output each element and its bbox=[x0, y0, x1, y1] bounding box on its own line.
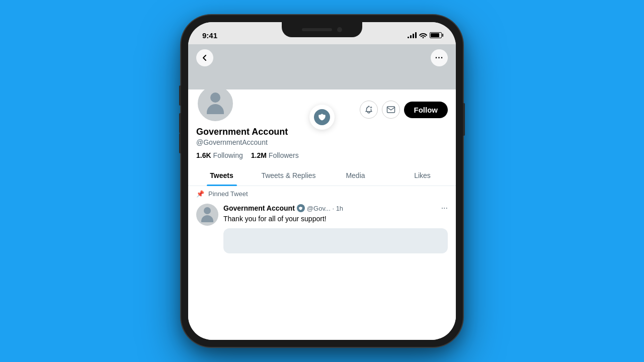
avatar bbox=[196, 89, 234, 123]
tweet-image bbox=[223, 228, 448, 253]
tweet-more-button[interactable]: ··· bbox=[441, 204, 448, 213]
phone-screen: 9:41 bbox=[188, 22, 456, 340]
tab-likes[interactable]: Likes bbox=[389, 165, 456, 186]
verified-badge bbox=[314, 109, 330, 125]
back-button[interactable] bbox=[196, 49, 213, 66]
tweet-content: Government Account @Gov... · 1h bbox=[223, 204, 448, 253]
followers-stat[interactable]: 1.2M Followers bbox=[251, 151, 299, 159]
tweet-author-row: Government Account @Gov... · 1h bbox=[223, 204, 448, 213]
phone-mockup: 9:41 bbox=[181, 15, 463, 347]
wifi-icon bbox=[419, 32, 427, 38]
profile-handle: @GovernmentAccount bbox=[196, 138, 448, 146]
profile-info-area: Follow Government Account bbox=[188, 89, 456, 159]
stats-row: 1.6K Following 1.2M Followers bbox=[196, 151, 448, 159]
tweet-handle: @Gov... · 1h bbox=[307, 205, 343, 212]
tweet-author-info: Government Account @Gov... · 1h bbox=[223, 204, 343, 212]
following-label: Following bbox=[213, 151, 243, 159]
speaker-grill bbox=[302, 28, 332, 31]
tweet-verified-badge bbox=[297, 204, 305, 212]
tweet-item: Government Account @Gov... · 1h bbox=[188, 200, 456, 257]
tab-tweets-replies[interactable]: Tweets & Replies bbox=[255, 165, 322, 186]
profile-tabs: Tweets Tweets & Replies Media Likes bbox=[188, 165, 456, 186]
tab-tweets[interactable]: Tweets bbox=[188, 165, 255, 186]
follow-button[interactable]: Follow bbox=[404, 102, 448, 118]
profile-banner: ··· bbox=[188, 44, 456, 89]
nav-bar: ··· bbox=[188, 44, 456, 71]
profile-name: Government Account bbox=[196, 127, 288, 137]
phone-notch bbox=[282, 22, 362, 37]
status-icons bbox=[408, 32, 442, 38]
notification-button[interactable] bbox=[360, 101, 378, 119]
more-options-button[interactable]: ··· bbox=[431, 49, 448, 66]
message-button[interactable] bbox=[382, 101, 400, 119]
following-count: 1.6K bbox=[196, 151, 211, 159]
status-time: 9:41 bbox=[202, 31, 217, 40]
followers-count: 1.2M bbox=[251, 151, 267, 159]
tab-media[interactable]: Media bbox=[322, 165, 389, 186]
pinned-tweet-header: 📌 Pinned Tweet bbox=[188, 186, 456, 200]
verified-circle bbox=[309, 105, 335, 130]
pinned-label: Pinned Tweet bbox=[208, 190, 248, 198]
followers-label: Followers bbox=[269, 151, 299, 159]
signal-icon bbox=[408, 32, 417, 38]
profile-content: Follow Government Account bbox=[188, 89, 456, 340]
tweet-avatar bbox=[196, 204, 218, 226]
battery-icon bbox=[430, 32, 442, 38]
tweet-text: Thank you for all of your support! bbox=[223, 214, 448, 224]
tweet-author-name: Government Account bbox=[223, 204, 295, 212]
front-camera bbox=[337, 27, 342, 32]
action-buttons: Follow bbox=[360, 101, 448, 123]
pin-icon: 📌 bbox=[196, 190, 204, 198]
following-stat[interactable]: 1.6K Following bbox=[196, 151, 243, 159]
verified-popup bbox=[309, 105, 335, 130]
tweets-area: 📌 Pinned Tweet Government Ac bbox=[188, 186, 456, 340]
